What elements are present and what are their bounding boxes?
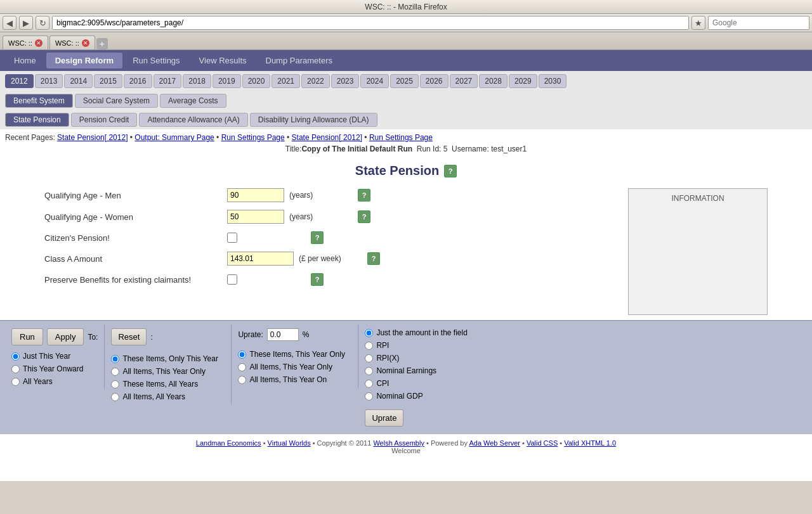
recent-link-4[interactable]: State Pension[ 2012]	[292, 133, 362, 142]
radio-all-items-all-years[interactable]: All Items, All Years	[111, 392, 225, 401]
year-tab-2012[interactable]: 2012	[5, 74, 34, 88]
footer-welcome: Welcome	[5, 447, 807, 454]
input-class-a-amount[interactable]	[227, 252, 294, 266]
year-tab-2017[interactable]: 2017	[154, 74, 182, 88]
year-tab-2022[interactable]: 2022	[301, 74, 330, 88]
recent-link-3[interactable]: Run Settings Page	[221, 133, 285, 142]
footer-link-landman[interactable]: Landman Economics	[196, 439, 261, 447]
radio-these-items-only-this-year[interactable]: These Items, Only This Year	[111, 354, 225, 363]
help-qualifying-age-men[interactable]: ?	[358, 189, 370, 202]
year-tab-2023[interactable]: 2023	[331, 74, 360, 88]
browser-tab-1[interactable]: WSC: :: ✕	[3, 35, 48, 49]
new-tab-button[interactable]: +	[96, 38, 108, 49]
section-tab-state-pension[interactable]: State Pension	[5, 113, 69, 127]
year-tab-2019[interactable]: 2019	[213, 74, 241, 88]
bookmark-button[interactable]: ★	[691, 16, 705, 30]
recent-link-2[interactable]: Output: Summary Page	[134, 133, 214, 142]
nav-home[interactable]: Home	[5, 53, 45, 68]
radio-this-year-onward[interactable]: This Year Onward	[11, 364, 98, 373]
radio-all-items-this-year-only-2[interactable]: All Items, This Year Only	[238, 363, 351, 371]
footer-link-welsh-assembly[interactable]: Welsh Assembly	[373, 439, 424, 447]
radio-these-items-all-years[interactable]: These Items, All Years	[111, 380, 225, 389]
radio-all-years[interactable]: All Years	[11, 377, 98, 386]
year-tab-2018[interactable]: 2018	[183, 74, 211, 88]
apply-button[interactable]: Apply	[47, 328, 84, 345]
field-row-class-a-amount: Class A Amount (£ per week) ?	[44, 252, 615, 266]
section-tab-pension-credit[interactable]: Pension Credit	[71, 113, 138, 127]
help-qualifying-age-women[interactable]: ?	[358, 210, 370, 223]
footer-link-valid-xhtml[interactable]: Valid XHTML 1.0	[564, 439, 616, 447]
radio-all-items-this-year-on[interactable]: All Items, This Year On	[238, 375, 351, 384]
reload-button[interactable]: ↻	[36, 16, 49, 30]
year-tab-2025[interactable]: 2025	[390, 74, 419, 88]
year-tab-2029[interactable]: 2029	[509, 74, 537, 88]
recent-link-5[interactable]: Run Settings Page	[369, 133, 433, 142]
year-tab-2013[interactable]: 2013	[35, 74, 63, 88]
address-bar[interactable]	[52, 16, 689, 30]
footer: Landman Economics • Virtual Worlds • Cop…	[0, 434, 812, 459]
footer-link-virtual-worlds[interactable]: Virtual Worlds	[268, 439, 311, 447]
help-citizens-pension[interactable]: ?	[311, 231, 324, 244]
help-preserve-benefits[interactable]: ?	[311, 273, 324, 286]
radio-all-years-input[interactable]	[11, 378, 20, 386]
checkbox-preserve-benefits[interactable]	[227, 274, 237, 285]
run-button[interactable]: Run	[11, 328, 43, 345]
year-tab-2016[interactable]: 2016	[124, 74, 152, 88]
help-class-a-amount[interactable]: ?	[367, 252, 380, 265]
radio-just-amount-in-field[interactable]: Just the amount in the field	[365, 328, 801, 337]
radio-nominal-gdp[interactable]: Nominal GDP	[365, 392, 801, 401]
uprate-value-input[interactable]	[267, 328, 299, 341]
field-row-citizens-pension: Citizen's Pension! ?	[44, 231, 615, 244]
radio-this-year-onward-input[interactable]	[11, 365, 20, 373]
browser-toolbar: ◀ ▶ ↻ ★	[0, 14, 812, 32]
nav-design-reform[interactable]: Design Reform	[46, 53, 122, 68]
radio-rpi-x[interactable]: RPI(X)	[365, 354, 801, 363]
section-tab-dla[interactable]: Disability Living Allowance (DLA)	[250, 113, 377, 127]
year-tab-2020[interactable]: 2020	[242, 74, 271, 88]
input-qualifying-age-men[interactable]	[227, 188, 284, 202]
year-tab-2030[interactable]: 2030	[539, 74, 567, 88]
tab2-close[interactable]: ✕	[82, 39, 89, 47]
search-bar[interactable]	[708, 16, 809, 30]
radio-cpi[interactable]: CPI	[365, 379, 801, 388]
year-tab-2028[interactable]: 2028	[479, 74, 508, 88]
radio-just-this-year-input[interactable]	[11, 352, 20, 361]
nav-dump-parameters[interactable]: Dump Parameters	[257, 53, 341, 68]
tab1-close[interactable]: ✕	[35, 39, 43, 47]
radio-rpi[interactable]: RPI	[365, 341, 801, 350]
sub-tab-benefit-system[interactable]: Benefit System	[5, 94, 73, 108]
nav-run-settings[interactable]: Run Settings	[124, 53, 188, 68]
field-row-preserve-benefits: Preserve Benefits for existing claimants…	[44, 273, 615, 286]
tab1-label: WSC: ::	[8, 39, 32, 47]
tab-bar: WSC: :: ✕ WSC: :: ✕ +	[0, 32, 812, 50]
recent-link-1[interactable]: State Pension[ 2012]	[57, 133, 128, 142]
back-button[interactable]: ◀	[3, 16, 16, 30]
reset-button[interactable]: Reset	[111, 328, 147, 345]
year-tab-2015[interactable]: 2015	[94, 74, 122, 88]
unit-class-a-amount: (£ per week)	[299, 254, 362, 263]
sub-tab-social-care[interactable]: Social Care System	[75, 94, 158, 108]
footer-link-ada-server[interactable]: Ada Web Server	[469, 439, 520, 447]
year-tab-2027[interactable]: 2027	[450, 74, 478, 88]
page-title-help-icon[interactable]: ?	[444, 165, 457, 177]
radio-all-items-this-year-only[interactable]: All Items, This Year Only	[111, 367, 225, 376]
forward-button[interactable]: ▶	[19, 16, 33, 30]
year-tab-2021[interactable]: 2021	[272, 74, 300, 88]
year-tab-2026[interactable]: 2026	[420, 74, 449, 88]
nav-view-results[interactable]: View Results	[190, 53, 256, 68]
apply-scope-radio-group: Just This Year This Year Onward All Year…	[11, 352, 98, 386]
browser-tab-2[interactable]: WSC: :: ✕	[49, 35, 95, 49]
input-qualifying-age-women[interactable]	[227, 210, 284, 224]
radio-these-items-this-year-only[interactable]: These Items, This Year Only	[238, 350, 351, 359]
colon: :	[150, 333, 152, 342]
footer-link-valid-css[interactable]: Valid CSS	[527, 439, 558, 447]
field-row-qualifying-age-women: Qualifying Age - Women (years) ?	[44, 210, 615, 224]
sub-tab-average-costs[interactable]: Average Costs	[160, 94, 226, 108]
year-tab-2014[interactable]: 2014	[64, 74, 93, 88]
radio-nominal-earnings[interactable]: Nominal Earnings	[365, 366, 801, 375]
radio-just-this-year[interactable]: Just This Year	[11, 352, 98, 361]
section-tab-attendance-allowance[interactable]: Attendance Allowance (AA)	[139, 113, 247, 127]
checkbox-citizens-pension[interactable]	[227, 233, 237, 243]
year-tab-2024[interactable]: 2024	[360, 74, 389, 88]
uprate-button[interactable]: Uprate	[365, 409, 403, 427]
